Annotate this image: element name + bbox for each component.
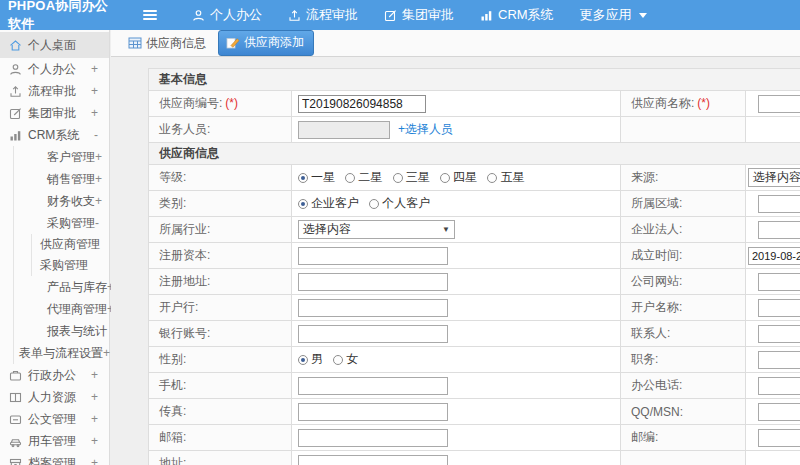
category-radio-enterprise[interactable]: 企业客户 (298, 195, 359, 212)
write-icon (226, 37, 240, 49)
level-radio-1star[interactable]: 一星 (298, 169, 335, 186)
upload-icon (288, 9, 301, 22)
user-icon (9, 63, 22, 76)
mobile-input[interactable] (298, 377, 448, 395)
nav-personal-office[interactable]: 个人办公 (179, 0, 275, 30)
registered-address-input[interactable] (298, 273, 448, 291)
sidebar-item-workflow-approval[interactable]: 流程审批 + (0, 80, 109, 102)
expand-icon[interactable]: + (91, 456, 98, 465)
sidebar-item-crm-system[interactable]: CRM系统 - (0, 124, 109, 146)
mobile-label: 手机: (149, 373, 292, 399)
radio-icon (440, 173, 450, 183)
level-radio-4star[interactable]: 四星 (440, 169, 477, 186)
office-phone-input[interactable] (758, 377, 800, 395)
bank-input[interactable] (298, 299, 448, 317)
form-row-reg-address: 注册地址: 公司网站: (149, 269, 800, 295)
expand-icon[interactable]: + (91, 368, 98, 382)
region-input[interactable] (758, 195, 800, 213)
sidebar-item-form-workflow-settings[interactable]: 表单与流程设置 + (14, 342, 109, 364)
address-input[interactable] (298, 455, 448, 465)
nav-crm-system[interactable]: CRM系统 (467, 0, 567, 30)
sidebar-item-sales-management[interactable]: 销售管理 + (14, 168, 109, 190)
founded-date-input[interactable] (748, 247, 800, 265)
supplier-code-input[interactable] (298, 95, 426, 113)
expand-icon[interactable]: + (91, 434, 98, 448)
account-name-label: 开户名称: (621, 295, 746, 321)
supplier-name-input[interactable] (758, 95, 800, 113)
expand-icon[interactable]: + (91, 412, 98, 426)
nav-group-approval[interactable]: 集团审批 (371, 0, 467, 30)
fax-label: 传真: (149, 399, 292, 425)
account-name-input[interactable] (758, 299, 800, 317)
radio-icon (393, 173, 403, 183)
form-row-email: 邮箱: 邮编: (149, 425, 800, 451)
tab-supplier-info[interactable]: 供应商信息 (128, 35, 206, 52)
collapse-icon[interactable]: - (95, 216, 99, 230)
nav-more-apps[interactable]: 更多应用 (567, 0, 660, 30)
legal-person-input[interactable] (758, 221, 800, 239)
founded-date-label: 成立时间: (621, 243, 746, 269)
form-row-fax: 传真: QQ/MSN: (149, 399, 800, 425)
level-radio-3star[interactable]: 三星 (393, 169, 430, 186)
gender-radio-female[interactable]: 女 (333, 351, 358, 368)
sidebar-item-customer-management[interactable]: 客户管理 + (14, 146, 109, 168)
sidebar-item-agent-management[interactable]: 代理商管理 + (14, 298, 109, 320)
sidebar-item-purchasing[interactable]: 采购管理 (32, 255, 109, 276)
book-icon (9, 391, 22, 404)
bar-chart-icon (480, 9, 493, 22)
sidebar-item-document-management[interactable]: 公文管理 + (0, 408, 109, 430)
sidebar-item-human-resources[interactable]: 人力资源 + (0, 386, 109, 408)
expand-icon[interactable]: + (103, 346, 110, 360)
form-row-mobile: 手机: 办公电话: (149, 373, 800, 399)
select-staff-link[interactable]: +选择人员 (398, 122, 453, 136)
expand-icon[interactable]: + (95, 194, 102, 208)
sidebar-item-finance[interactable]: 财务收支 + (14, 190, 109, 212)
staff-input[interactable] (298, 121, 390, 139)
app-window: PHPOA协同办公软件 个人办公 流程审批 集团审批 (0, 0, 800, 465)
purchase-submenu: 供应商管理 采购管理 (31, 234, 109, 276)
website-input[interactable] (758, 273, 800, 291)
registered-capital-input[interactable] (298, 247, 448, 265)
zipcode-input[interactable] (758, 429, 800, 447)
contact-input[interactable] (758, 325, 800, 343)
menu-toggle-button[interactable] (143, 10, 157, 20)
sidebar-item-supplier-management[interactable]: 供应商管理 (32, 234, 109, 255)
supplier-name-label: 供应商名称: (631, 96, 694, 110)
collapse-icon[interactable]: - (94, 128, 98, 142)
form-row-category: 类别: 企业客户 个人客户 所属区域: (149, 191, 800, 217)
nav-workflow-approval[interactable]: 流程审批 (275, 0, 371, 30)
expand-icon[interactable]: + (91, 62, 98, 76)
sidebar-item-archive-management[interactable]: 档案管理 + (0, 452, 109, 465)
sidebar-item-product-inventory[interactable]: 产品与库存 + (14, 276, 109, 298)
industry-select[interactable]: 选择内容▼ (298, 220, 455, 239)
fax-input[interactable] (298, 403, 448, 421)
position-input[interactable] (758, 351, 800, 369)
level-radio-5star[interactable]: 五星 (487, 169, 524, 186)
expand-icon[interactable]: + (91, 106, 98, 120)
level-radio-2star[interactable]: 二星 (345, 169, 382, 186)
category-radio-personal[interactable]: 个人客户 (369, 195, 430, 212)
sidebar-item-personal-office[interactable]: 个人办公 + (0, 58, 109, 80)
top-navigation: 个人办公 流程审批 集团审批 CRM系统 更多应用 (179, 0, 660, 30)
sidebar-item-reports-statistics[interactable]: 报表与统计 (14, 320, 109, 342)
sidebar-item-administrative[interactable]: 行政办公 + (0, 364, 109, 386)
app-header: PHPOA协同办公软件 个人办公 流程审批 集团审批 (0, 0, 800, 30)
bank-label: 开户行: (149, 295, 292, 321)
sidebar-item-personal-desktop[interactable]: 个人桌面 (0, 32, 109, 58)
expand-icon[interactable]: + (91, 84, 98, 98)
expand-icon[interactable]: + (91, 390, 98, 404)
expand-icon[interactable]: + (95, 172, 102, 186)
qq-msn-input[interactable] (758, 403, 800, 421)
edit-icon (9, 107, 22, 120)
registered-address-label: 注册地址: (149, 269, 292, 295)
sidebar-item-purchase-management[interactable]: 采购管理 - (14, 212, 109, 234)
email-input[interactable] (298, 429, 448, 447)
bank-account-input[interactable] (298, 325, 448, 343)
source-select[interactable]: 选择内容▼ (748, 168, 800, 187)
expand-icon[interactable]: + (95, 150, 102, 164)
tab-supplier-add[interactable]: 供应商添加 (218, 30, 314, 56)
gender-radio-male[interactable]: 男 (298, 351, 323, 368)
sidebar-item-vehicle-management[interactable]: 用车管理 + (0, 430, 109, 452)
sidebar-item-group-approval[interactable]: 集团审批 + (0, 102, 109, 124)
zipcode-label: 邮编: (621, 425, 746, 451)
